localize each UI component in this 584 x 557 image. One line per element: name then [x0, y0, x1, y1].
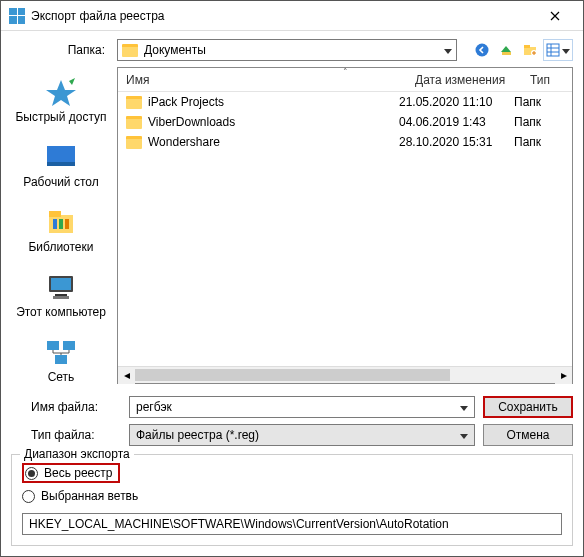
filename-label: Имя файла: — [11, 400, 121, 414]
filetype-label: Тип файла: — [11, 428, 121, 442]
export-range-group: Диапазон экспорта Весь реестр Выбранная … — [11, 454, 573, 546]
close-icon — [550, 11, 560, 21]
filetype-dropdown[interactable]: Файлы реестра (*.reg) — [129, 424, 475, 446]
place-label: Рабочий стол — [23, 175, 98, 189]
toolbar — [471, 39, 573, 61]
place-label: Сеть — [48, 370, 75, 384]
svg-rect-1 — [502, 52, 511, 55]
scroll-right[interactable]: ▸ — [555, 367, 572, 384]
libraries-icon — [43, 207, 79, 237]
up-button[interactable] — [495, 39, 517, 61]
filename-input[interactable]: регбэк — [129, 396, 475, 418]
file-rows: iPack Projects21.05.2020 11:10ПапкViberD… — [118, 92, 572, 366]
file-fields: Имя файла: регбэк Сохранить Тип файла: Ф… — [1, 390, 583, 448]
scroll-thumb[interactable] — [135, 369, 450, 381]
folder-row: Папка: Документы — [1, 31, 583, 67]
item-type: Папк — [514, 135, 564, 149]
filename-value: регбэк — [136, 400, 172, 414]
item-name: iPack Projects — [148, 95, 399, 109]
folder-dropdown[interactable]: Документы — [117, 39, 457, 61]
new-folder-button[interactable] — [519, 39, 541, 61]
item-date: 28.10.2020 15:31 — [399, 135, 514, 149]
star-icon — [43, 77, 79, 107]
svg-rect-10 — [47, 162, 75, 166]
place-libraries[interactable]: Библиотеки — [11, 203, 111, 258]
place-desktop[interactable]: Рабочий стол — [11, 138, 111, 193]
list-item[interactable]: Wondershare28.10.2020 15:31Папк — [118, 132, 572, 152]
folder-label: Папка: — [11, 43, 111, 57]
branch-path-input[interactable] — [22, 513, 562, 535]
column-headers: ˄ Имя Дата изменения Тип — [118, 68, 572, 92]
list-item[interactable]: iPack Projects21.05.2020 11:10Папк — [118, 92, 572, 112]
new-folder-icon — [522, 42, 538, 58]
place-this-pc[interactable]: Этот компьютер — [11, 268, 111, 323]
svg-rect-22 — [55, 355, 67, 364]
svg-rect-17 — [51, 278, 71, 290]
svg-rect-3 — [524, 45, 530, 48]
scroll-left[interactable]: ◂ — [118, 367, 135, 384]
up-icon — [498, 42, 514, 58]
folder-icon — [126, 136, 142, 149]
back-button[interactable] — [471, 39, 493, 61]
svg-point-0 — [476, 44, 489, 57]
item-name: Wondershare — [148, 135, 399, 149]
radio-all-label: Весь реестр — [44, 466, 112, 480]
network-icon — [43, 337, 79, 367]
item-type: Папк — [514, 115, 564, 129]
places-bar: Быстрый доступ Рабочий стол Библиотеки Э… — [11, 67, 111, 384]
view-icon — [546, 43, 560, 57]
export-range-legend: Диапазон экспорта — [20, 447, 134, 461]
chevron-down-icon — [562, 43, 570, 57]
svg-rect-13 — [53, 219, 57, 229]
save-button[interactable]: Сохранить — [483, 396, 573, 418]
place-network[interactable]: Сеть — [11, 333, 111, 388]
chevron-down-icon — [460, 428, 468, 442]
desktop-icon — [43, 142, 79, 172]
folder-icon — [122, 44, 138, 57]
radio-icon — [22, 490, 35, 503]
chevron-down-icon — [460, 400, 468, 414]
item-name: ViberDownloads — [148, 115, 399, 129]
place-label: Этот компьютер — [16, 305, 106, 319]
place-label: Библиотеки — [28, 240, 93, 254]
view-button[interactable] — [543, 39, 573, 61]
computer-icon — [43, 272, 79, 302]
svg-rect-18 — [55, 294, 67, 296]
radio-icon — [25, 467, 38, 480]
file-list: ˄ Имя Дата изменения Тип iPack Projects2… — [117, 67, 573, 384]
svg-rect-20 — [47, 341, 59, 350]
item-type: Папк — [514, 95, 564, 109]
filetype-value: Файлы реестра (*.reg) — [136, 428, 259, 442]
place-label: Быстрый доступ — [15, 110, 106, 124]
radio-all-registry[interactable]: Весь реестр — [22, 463, 120, 483]
app-icon — [9, 8, 25, 24]
titlebar: Экспорт файла реестра — [1, 1, 583, 31]
folder-icon — [126, 116, 142, 129]
horizontal-scrollbar[interactable]: ◂ ▸ — [118, 366, 572, 383]
window-title: Экспорт файла реестра — [31, 9, 535, 23]
back-icon — [474, 42, 490, 58]
svg-rect-21 — [63, 341, 75, 350]
svg-rect-5 — [547, 44, 559, 56]
svg-rect-15 — [65, 219, 69, 229]
scroll-track[interactable] — [135, 367, 555, 383]
svg-rect-19 — [53, 296, 69, 299]
place-quick-access[interactable]: Быстрый доступ — [11, 73, 111, 128]
svg-rect-14 — [59, 219, 63, 229]
item-date: 21.05.2020 11:10 — [399, 95, 514, 109]
chevron-down-icon — [444, 43, 452, 57]
list-item[interactable]: ViberDownloads04.06.2019 1:43Папк — [118, 112, 572, 132]
radio-branch-label: Выбранная ветвь — [41, 489, 138, 503]
close-button[interactable] — [535, 1, 575, 31]
item-date: 04.06.2019 1:43 — [399, 115, 514, 129]
folder-value: Документы — [144, 43, 206, 57]
radio-selected-branch[interactable]: Выбранная ветвь — [22, 489, 562, 503]
svg-rect-12 — [49, 211, 61, 217]
cancel-button[interactable]: Отмена — [483, 424, 573, 446]
sort-indicator: ˄ — [118, 67, 572, 77]
folder-icon — [126, 96, 142, 109]
